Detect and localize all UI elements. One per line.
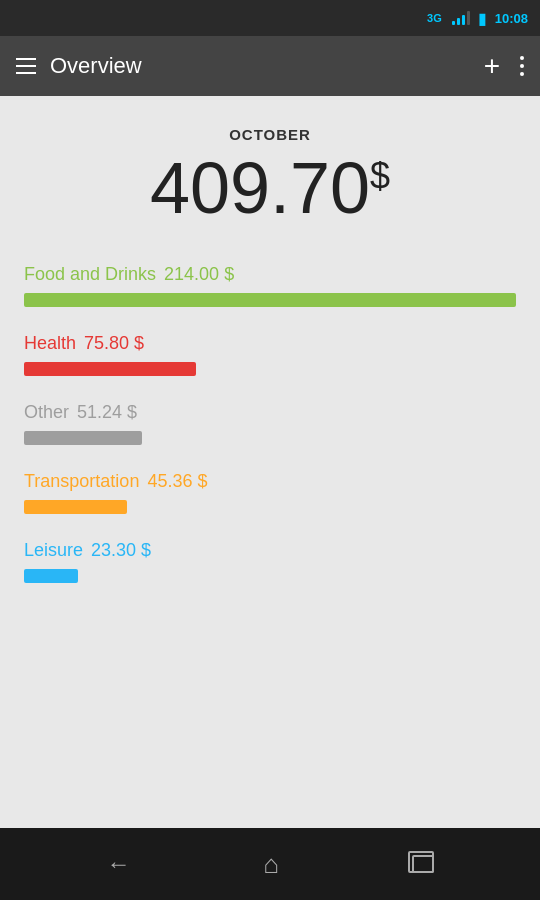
- category-bar: [24, 293, 516, 307]
- category-item[interactable]: Food and Drinks214.00 $: [24, 264, 516, 307]
- category-amount: 75.80 $: [84, 333, 144, 354]
- month-label: OCTOBER: [24, 126, 516, 143]
- category-item[interactable]: Other51.24 $: [24, 402, 516, 445]
- nav-bar: Overview +: [0, 36, 540, 96]
- category-bar-container: [24, 569, 516, 583]
- category-bar: [24, 569, 78, 583]
- category-amount: 23.30 $: [91, 540, 151, 561]
- category-item[interactable]: Leisure23.30 $: [24, 540, 516, 583]
- recent-apps-button[interactable]: [412, 855, 434, 873]
- category-bar-container: [24, 431, 516, 445]
- back-button[interactable]: ←: [106, 850, 130, 878]
- category-name: Food and Drinks: [24, 264, 156, 285]
- bottom-nav: ← ⌂: [0, 828, 540, 900]
- category-amount: 214.00 $: [164, 264, 234, 285]
- battery-icon: ▮: [478, 9, 487, 28]
- main-content: OCTOBER 409.70$ Food and Drinks214.00 $H…: [0, 96, 540, 828]
- category-amount: 45.36 $: [147, 471, 207, 492]
- category-name: Other: [24, 402, 69, 423]
- page-title: Overview: [50, 53, 484, 79]
- add-button[interactable]: +: [484, 52, 500, 80]
- menu-icon[interactable]: [16, 58, 36, 74]
- category-item[interactable]: Health75.80 $: [24, 333, 516, 376]
- network-type: 3G: [427, 12, 442, 24]
- category-amount: 51.24 $: [77, 402, 137, 423]
- total-value: 409.70: [150, 148, 370, 228]
- more-options-button[interactable]: [520, 56, 524, 76]
- clock: 10:08: [495, 11, 528, 26]
- category-bar-container: [24, 362, 516, 376]
- category-bar-container: [24, 293, 516, 307]
- category-name: Health: [24, 333, 76, 354]
- signal-icon: [452, 11, 470, 25]
- status-bar: 3G ▮ 10:08: [0, 0, 540, 36]
- category-name: Leisure: [24, 540, 83, 561]
- category-bar-container: [24, 500, 516, 514]
- categories-list: Food and Drinks214.00 $Health75.80 $Othe…: [24, 264, 516, 609]
- currency-symbol: $: [370, 155, 390, 196]
- category-name: Transportation: [24, 471, 139, 492]
- category-bar: [24, 500, 127, 514]
- category-bar: [24, 431, 142, 445]
- category-item[interactable]: Transportation45.36 $: [24, 471, 516, 514]
- total-amount: 409.70$: [24, 149, 516, 228]
- home-button[interactable]: ⌂: [263, 849, 279, 880]
- category-bar: [24, 362, 196, 376]
